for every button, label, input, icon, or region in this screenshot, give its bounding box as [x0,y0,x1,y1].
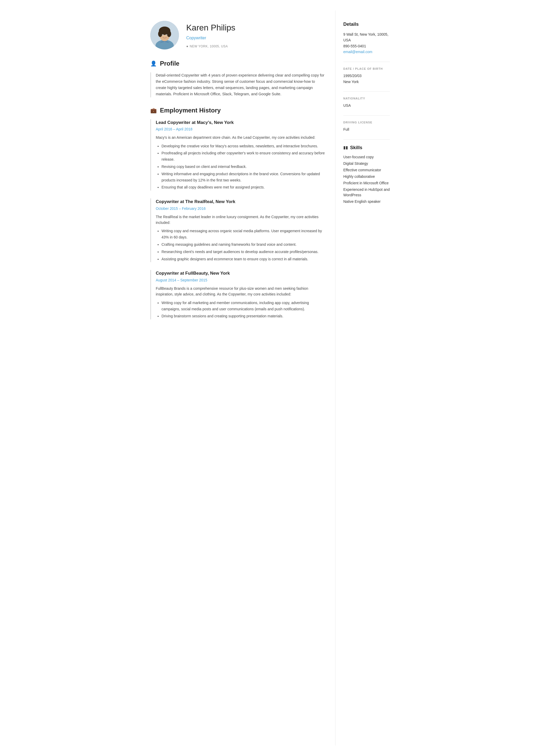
list-item: Writing informative and engaging product… [161,171,325,183]
list-item: Developing the creative voice for Macy's… [161,143,325,149]
list-item: Writing copy and messaging across organi… [161,228,325,241]
sidebar-driving-value: Full [343,126,390,132]
profile-title: Profile [160,59,180,68]
sidebar-details: Details 9 Wall St, New York, 10005, USA … [343,21,390,55]
sidebar-email[interactable]: email@email.com [343,50,372,54]
list-item: Revising copy based on client and intern… [161,164,325,170]
nationality-label: NATIONALITY [343,96,390,101]
dob-label: DATE / PLACE OF BIRTH [343,67,390,71]
header-info: Karen Philips Copywriter ● NEW YORK, 100… [186,21,236,49]
sidebar-phone: 890-555-0401 [343,43,390,49]
sidebar-nationality: NATIONALITY USA [343,96,390,109]
profile-body: Detail-oriented Copywriter with 4 years … [150,72,325,97]
skill-item: Native English speaker [343,199,390,204]
job-bullets-1: Developing the creative voice for Macy's… [156,143,325,191]
skills-header: ▮▮ Skills [343,144,390,151]
skill-item: Digital Strategy [343,161,390,166]
employment-icon: 💼 [150,106,157,114]
list-item: Assisting graphic designers and ecommerc… [161,256,325,262]
avatar-image [150,21,179,49]
job-block-3: Copywriter at FullBeauty, New York Augus… [150,270,325,319]
job-block-2: Copywriter at The RealReal, New York Oct… [150,198,325,262]
job-description-2: The RealReal is the market leader in onl… [156,214,325,226]
skills-title: Skills [350,144,362,151]
candidate-title: Copywriter [186,35,236,41]
sidebar: Details 9 Wall St, New York, 10005, USA … [335,11,398,745]
list-item: Writing copy for all marketing and membe… [161,300,325,312]
list-item: Researching client's needs and target au… [161,249,325,255]
employment-section: 💼 Employment History Lead Copywriter at … [150,106,325,319]
driving-label: DRIVING LICENSE [343,120,390,125]
skill-item: Highly collaborative [343,174,390,179]
job-description-3: FullBeauty Brands is a comprehensive res… [156,285,325,297]
sidebar-nationality-value: USA [343,103,390,108]
profile-section: 👤 Profile Detail-oriented Copywriter wit… [150,59,325,97]
candidate-name: Karen Philips [186,21,236,34]
location-icon: ● [186,44,188,49]
svg-point-12 [166,35,167,36]
employment-section-header: 💼 Employment History [150,106,325,115]
profile-text: Detail-oriented Copywriter with 4 years … [156,72,325,97]
profile-section-header: 👤 Profile [150,59,325,68]
sidebar-divider-4 [343,139,390,140]
list-item: Driving brainstorm sessions and creating… [161,313,325,319]
header-section: Karen Philips Copywriter ● NEW YORK, 100… [150,21,325,49]
job-dates-2: October 2015 – February 2016 [156,206,325,211]
svg-point-8 [167,31,171,37]
job-dates-3: August 2014 – September 2015 [156,278,325,283]
job-block-1: Lead Copywriter at Macy's, New York Apri… [150,119,325,191]
list-item: Crafting messaging guidelines and naming… [161,242,325,248]
resume-container: Karen Philips Copywriter ● NEW YORK, 100… [137,0,398,756]
job-title-1: Lead Copywriter at Macy's, New York [156,119,325,126]
employment-title: Employment History [160,106,221,115]
list-item: Ensuring that all copy deadlines were me… [161,184,325,191]
svg-point-7 [158,31,162,37]
sidebar-dob: DATE / PLACE OF BIRTH 1995/20/03 New Yor… [343,67,390,85]
list-item: Proofreading all projects including othe… [161,150,325,163]
job-dates-1: April 2016 – April 2018 [156,126,325,132]
job-title-2: Copywriter at The RealReal, New York [156,198,325,205]
sidebar-driving: DRIVING LICENSE Full [343,120,390,132]
sidebar-skills: ▮▮ Skills User-focused copy Digital Stra… [343,144,390,204]
main-content: Karen Philips Copywriter ● NEW YORK, 100… [137,11,335,745]
skills-icon: ▮▮ [343,145,348,151]
sidebar-birthplace: New York [343,79,390,85]
skill-item: Effective communicator [343,167,390,173]
sidebar-divider-3 [343,115,390,116]
sidebar-dob-value: 1995/20/03 [343,73,390,79]
candidate-location: ● NEW YORK, 10005, USA [186,44,236,49]
skill-item: Experienced in HubSpot and WordPress [343,187,390,198]
job-bullets-3: Writing copy for all marketing and membe… [156,300,325,319]
job-bullets-2: Writing copy and messaging across organi… [156,228,325,262]
skill-item: Proficient in Microsoft Office [343,180,390,186]
skill-item: User-focused copy [343,154,390,160]
avatar [150,21,179,49]
profile-icon: 👤 [150,60,157,68]
sidebar-details-title: Details [343,21,390,28]
job-description-1: Macy's is an American department store c… [156,135,325,140]
sidebar-divider-1 [343,62,390,62]
sidebar-address: 9 Wall St, New York, 10005, USA [343,32,390,43]
svg-point-11 [162,35,163,36]
job-title-3: Copywriter at FullBeauty, New York [156,270,325,277]
